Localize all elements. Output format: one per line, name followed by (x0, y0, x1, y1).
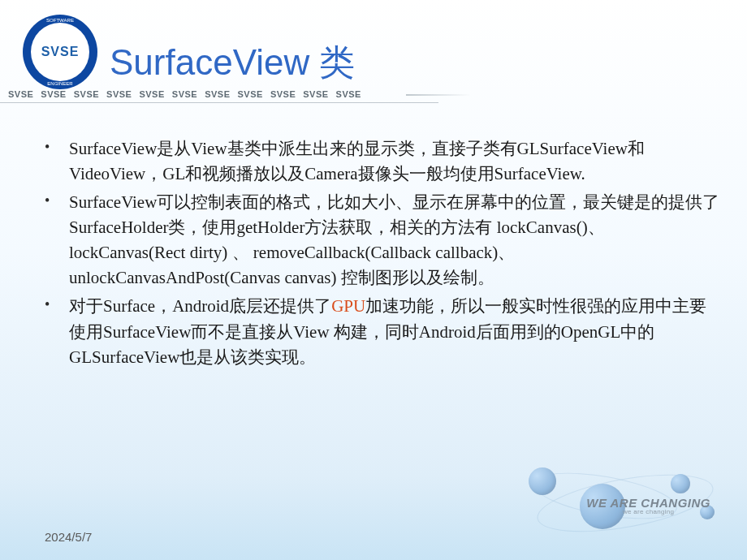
svse-band-item: SVSE (106, 89, 132, 99)
slide-header: SOFTWARE SVSE ENGINEER SurfaceView 类 SVS… (0, 0, 747, 104)
planet-icon (671, 474, 690, 493)
svse-logo: SOFTWARE SVSE ENGINEER (23, 15, 97, 89)
slide-content: SurfaceView是从View基类中派生出来的显示类，直接子类有GLSurf… (0, 104, 747, 370)
svse-band-item: SVSE (238, 89, 263, 99)
bullet-item: SurfaceView是从View基类中派生出来的显示类，直接子类有GLSurf… (45, 136, 723, 187)
bullet-item: 对于Surface，Android底层还提供了GPU加速功能，所以一般实时性很强… (45, 294, 723, 369)
bullet-highlight: GPU (331, 296, 365, 316)
logo-ring: SOFTWARE SVSE ENGINEER (23, 15, 97, 89)
slide-date: 2024/5/7 (45, 530, 92, 544)
logo-ring-text-top: SOFTWARE (46, 18, 74, 23)
svse-band-item: SVSE (303, 89, 328, 99)
svse-band-item: SVSE (74, 89, 99, 99)
slide-title: SurfaceView 类 (110, 39, 355, 87)
bullet-text: SurfaceView是从View基类中派生出来的显示类，直接子类有GLSurf… (69, 139, 645, 183)
svse-repeat-band: SVSE SVSE SVSE SVSE SVSE SVSE SVSE SVSE … (0, 85, 438, 103)
svse-band-item: SVSE (336, 89, 361, 99)
planet-icon (529, 467, 556, 495)
svse-band-item: SVSE (41, 89, 66, 99)
bullet-text: SurfaceView可以控制表面的格式，比如大小、显示在屏幕中的位置，最关键是… (69, 192, 719, 287)
tagline-area: WE ARE CHANGING we are changing (586, 496, 710, 515)
bullet-list: SurfaceView是从View基类中派生出来的显示类，直接子类有GLSurf… (45, 136, 723, 370)
svse-band-item: SVSE (270, 89, 296, 99)
logo-center: SVSE (31, 23, 89, 81)
svse-band-item: SVSE (139, 89, 164, 99)
svse-band-item: SVSE (8, 89, 33, 99)
bullet-item: SurfaceView可以控制表面的格式，比如大小、显示在屏幕中的位置，最关键是… (45, 190, 723, 291)
svse-band-item: SVSE (205, 89, 230, 99)
bullet-text-pre: 对于Surface，Android底层还提供了 (69, 296, 331, 316)
svse-band-item: SVSE (172, 89, 197, 99)
